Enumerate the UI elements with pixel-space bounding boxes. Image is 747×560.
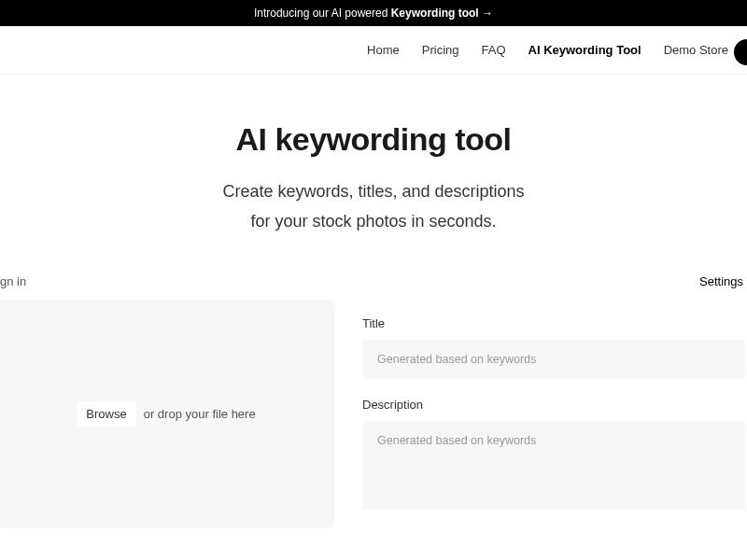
announcement-text: Introducing our AI powered <box>254 7 391 20</box>
hero-subtitle-2: for your stock photos in seconds. <box>250 212 496 231</box>
drop-hint-text: or drop your file here <box>144 407 256 421</box>
nav-ai-keywording-tool[interactable]: AI Keywording Tool <box>529 43 641 57</box>
page-title: AI keywording tool <box>19 121 728 158</box>
description-output[interactable]: Generated based on keywords <box>362 421 745 510</box>
main-content: Browse or drop your file here Title Gene… <box>0 300 747 528</box>
header: Home Pricing FAQ AI Keywording Tool Demo… <box>0 26 747 75</box>
nav-pricing[interactable]: Pricing <box>422 43 459 57</box>
main-nav: Home Pricing FAQ AI Keywording Tool Demo… <box>367 43 747 57</box>
upload-dropzone[interactable]: Browse or drop your file here <box>0 300 334 528</box>
browse-button[interactable]: Browse <box>77 401 135 427</box>
settings-link[interactable]: Settings <box>699 274 747 288</box>
nav-faq[interactable]: FAQ <box>482 43 506 57</box>
output-panel: Title Generated based on keywords Descri… <box>362 300 747 528</box>
hero-section: AI keywording tool Create keywords, titl… <box>0 75 747 274</box>
announcement-bar[interactable]: Introducing our AI powered Keywording to… <box>0 0 747 26</box>
sign-in-link[interactable]: gn in <box>0 274 26 288</box>
announcement-bold: Keywording tool → <box>391 7 493 20</box>
nav-demo-store[interactable]: Demo Store <box>664 43 728 57</box>
nav-home[interactable]: Home <box>367 43 400 57</box>
toolbar: gn in Settings <box>0 274 747 300</box>
description-label: Description <box>362 398 745 412</box>
hero-subtitle-1: Create keywords, titles, and description… <box>222 182 524 201</box>
title-label: Title <box>362 316 745 330</box>
title-output[interactable]: Generated based on keywords <box>362 340 745 379</box>
